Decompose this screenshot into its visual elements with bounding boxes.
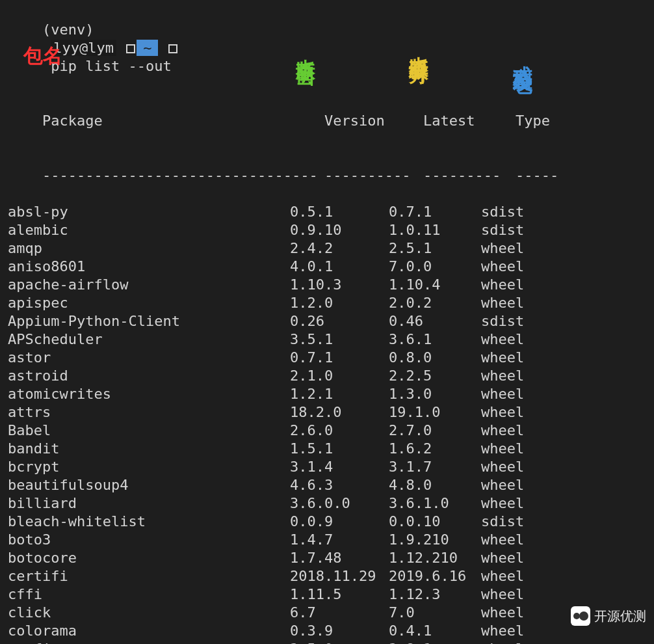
- cell-package: APScheduler: [8, 330, 290, 349]
- cell-version: 0.7.1: [290, 349, 389, 367]
- cell-package: aniso8601: [8, 258, 290, 276]
- cell-latest: 1.12.3: [389, 585, 481, 604]
- cell-latest: 2019.6.16: [389, 567, 481, 585]
- prompt-line[interactable]: (venv) lyy@lym ~ pip list --out: [8, 3, 646, 94]
- cell-package: attrs: [8, 403, 290, 422]
- cell-latest: 0.7.1: [389, 203, 481, 221]
- cell-latest: 0.46: [389, 312, 481, 330]
- table-row: APScheduler3.5.13.6.1wheel: [8, 330, 646, 349]
- venv-indicator: (venv): [42, 21, 94, 38]
- cell-type: wheel: [481, 531, 540, 549]
- cell-latest: 3.1.7: [389, 458, 481, 476]
- cell-type: wheel: [481, 258, 540, 276]
- cell-version: 3.5.0: [290, 640, 389, 644]
- cell-version: 2018.11.29: [290, 567, 389, 585]
- divider-package: --------------------------------: [42, 167, 324, 185]
- table-row: boto31.4.71.9.210wheel: [8, 531, 646, 549]
- cell-version: 0.3.9: [290, 622, 389, 640]
- cell-version: 4.6.3: [290, 476, 389, 494]
- cell-version: 1.2.1: [290, 385, 389, 403]
- cell-type: sdist: [481, 312, 540, 330]
- cell-version: 1.2.0: [290, 294, 389, 312]
- cell-version: 6.7: [290, 604, 389, 622]
- cell-version: 0.0.9: [290, 513, 389, 531]
- cell-latest: 3.8.1: [389, 640, 481, 644]
- cell-type: wheel: [481, 422, 540, 440]
- header-version: Version: [324, 112, 423, 130]
- cell-type: wheel: [481, 549, 540, 567]
- terminal-output: (venv) lyy@lym ~ pip list --out PackageV…: [0, 0, 654, 644]
- cell-version: 4.0.1: [290, 258, 389, 276]
- cell-latest: 7.0: [389, 604, 481, 622]
- table-row: botocore1.7.481.12.210wheel: [8, 549, 646, 567]
- cell-package: astor: [8, 349, 290, 367]
- cell-type: wheel: [481, 294, 540, 312]
- cell-version: 1.5.1: [290, 440, 389, 458]
- cell-latest: 1.0.11: [389, 221, 481, 239]
- box-icon: [168, 44, 177, 53]
- table-row: Babel2.6.02.7.0wheel: [8, 422, 646, 440]
- cell-latest: 1.6.2: [389, 440, 481, 458]
- header-latest: Latest: [423, 112, 516, 130]
- cell-package: atomicwrites: [8, 385, 290, 403]
- cell-version: 3.5.1: [290, 330, 389, 349]
- cell-package: Babel: [8, 422, 290, 440]
- watermark-text: 开源优测: [594, 607, 646, 625]
- cell-package: certifi: [8, 567, 290, 585]
- cell-version: 0.9.10: [290, 221, 389, 239]
- cell-version: 1.4.7: [290, 531, 389, 549]
- table-row: bcrypt3.1.43.1.7wheel: [8, 458, 646, 476]
- cell-latest: 2.2.5: [389, 367, 481, 385]
- table-row: billiard3.6.0.03.6.1.0wheel: [8, 494, 646, 513]
- cell-latest: 0.8.0: [389, 349, 481, 367]
- cell-type: wheel: [481, 330, 540, 349]
- cell-type: wheel: [481, 276, 540, 294]
- table-row: certifi2018.11.292019.6.16wheel: [8, 567, 646, 585]
- cell-package: boto3: [8, 531, 290, 549]
- cell-package: alembic: [8, 221, 290, 239]
- table-row: configparser3.5.03.8.1wheel: [8, 640, 646, 644]
- cell-latest: 4.8.0: [389, 476, 481, 494]
- cell-package: absl-py: [8, 203, 290, 221]
- cell-version: 0.5.1: [290, 203, 389, 221]
- cell-package: beautifulsoup4: [8, 476, 290, 494]
- cell-version: 2.6.0: [290, 422, 389, 440]
- cell-latest: 19.1.0: [389, 403, 481, 422]
- cell-package: astroid: [8, 367, 290, 385]
- cell-version: 1.7.48: [290, 549, 389, 567]
- cell-latest: 1.9.210: [389, 531, 481, 549]
- command-text: pip list --out: [51, 58, 171, 74]
- table-row: cffi1.11.51.12.3wheel: [8, 585, 646, 604]
- table-row: atomicwrites1.2.11.3.0wheel: [8, 385, 646, 403]
- cell-type: sdist: [481, 221, 540, 239]
- table-row: astor0.7.10.8.0wheel: [8, 349, 646, 367]
- cell-version: 3.6.0.0: [290, 494, 389, 513]
- cell-type: wheel: [481, 440, 540, 458]
- cell-package: bcrypt: [8, 458, 290, 476]
- divider-type: -----: [516, 167, 574, 185]
- cell-package: click: [8, 604, 290, 622]
- table-row: apache-airflow1.10.31.10.4wheel: [8, 276, 646, 294]
- cwd-tilde: ~: [137, 40, 158, 56]
- table-row: colorama0.3.90.4.1wheel: [8, 622, 646, 640]
- cell-version: 18.2.0: [290, 403, 389, 422]
- cell-latest: 1.3.0: [389, 385, 481, 403]
- cell-type: wheel: [481, 640, 540, 644]
- cell-type: sdist: [481, 203, 540, 221]
- table-row: beautifulsoup44.6.34.8.0wheel: [8, 476, 646, 494]
- cell-package: apispec: [8, 294, 290, 312]
- cell-type: wheel: [481, 622, 540, 640]
- table-row: absl-py0.5.10.7.1sdist: [8, 203, 646, 221]
- table-row: click6.77.0wheel: [8, 604, 646, 622]
- table-row: attrs18.2.019.1.0wheel: [8, 403, 646, 422]
- cell-latest: 7.0.0: [389, 258, 481, 276]
- cell-type: wheel: [481, 567, 540, 585]
- cell-latest: 0.4.1: [389, 622, 481, 640]
- cell-latest: 3.6.1: [389, 330, 481, 349]
- cell-latest: 3.6.1.0: [389, 494, 481, 513]
- table-row: amqp2.4.22.5.1wheel: [8, 239, 646, 258]
- cell-type: wheel: [481, 349, 540, 367]
- cell-version: 1.10.3: [290, 276, 389, 294]
- cell-package: cffi: [8, 585, 290, 604]
- table-body: absl-py0.5.10.7.1sdistalembic0.9.101.0.1…: [8, 203, 646, 644]
